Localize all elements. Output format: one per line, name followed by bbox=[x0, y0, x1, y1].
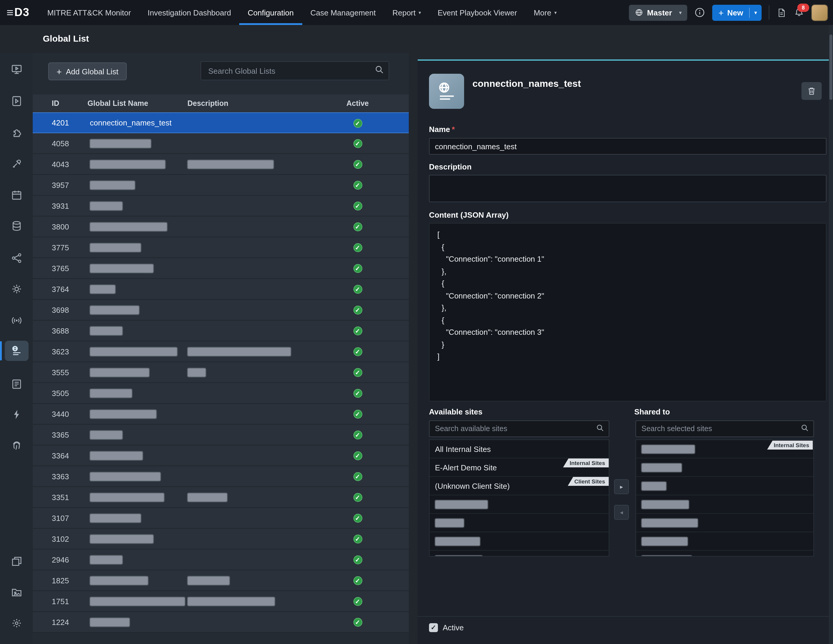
table-row[interactable]: 3775✓ bbox=[33, 237, 409, 258]
d3-logo[interactable]: ≡D3 bbox=[0, 0, 39, 25]
search-input[interactable] bbox=[201, 61, 389, 80]
site-list-item[interactable] bbox=[636, 551, 814, 557]
sidebar-item-forms[interactable] bbox=[0, 373, 33, 395]
table-row[interactable]: 1825✓ bbox=[33, 570, 409, 591]
redacted-text bbox=[90, 451, 143, 460]
site-list-item[interactable] bbox=[636, 477, 814, 495]
nav-item-case-management[interactable]: Case Management bbox=[302, 0, 384, 25]
nav-item-configuration[interactable]: Configuration bbox=[240, 0, 302, 25]
delete-button[interactable] bbox=[801, 82, 822, 100]
document-icon[interactable] bbox=[777, 7, 786, 18]
sidebar-item-assets[interactable] bbox=[0, 581, 33, 603]
table-row[interactable]: 3102✓ bbox=[33, 528, 409, 549]
sidebar-item-playbook[interactable] bbox=[0, 90, 33, 112]
table-row[interactable]: 3764✓ bbox=[33, 279, 409, 300]
search-available-sites-input[interactable] bbox=[429, 421, 609, 437]
sidebar-item-connections[interactable] bbox=[0, 247, 33, 269]
move-left-button[interactable]: ◂ bbox=[614, 505, 629, 520]
table-row[interactable]: 3800✓ bbox=[33, 217, 409, 237]
row-id: 1825 bbox=[52, 576, 87, 585]
sidebar-item-fingerprint[interactable] bbox=[0, 435, 33, 456]
row-id: 3505 bbox=[52, 389, 87, 398]
sidebar-item-dashboard[interactable] bbox=[0, 59, 33, 80]
table-row[interactable]: 1751✓ bbox=[33, 591, 409, 612]
site-list-item[interactable] bbox=[636, 458, 814, 477]
avatar[interactable] bbox=[812, 5, 828, 21]
redacted-text bbox=[90, 202, 122, 210]
table-row[interactable]: 4043✓ bbox=[33, 154, 409, 175]
table-row[interactable]: 1224✓ bbox=[33, 612, 409, 633]
notifications-bell-icon[interactable]: 8 bbox=[794, 7, 804, 18]
sidebar-item-windows[interactable] bbox=[0, 551, 33, 572]
table-row[interactable]: 3351✓ bbox=[33, 487, 409, 508]
table-row[interactable]: 4201connection_names_test✓ bbox=[33, 112, 409, 133]
table-row[interactable]: 3505✓ bbox=[33, 383, 409, 404]
new-button[interactable]: +New ▾ bbox=[712, 5, 762, 21]
global-list-record-icon bbox=[429, 74, 464, 109]
description-label: Description bbox=[429, 162, 471, 171]
row-id: 3365 bbox=[52, 430, 87, 439]
sidebar-item-api[interactable] bbox=[0, 278, 33, 300]
active-check-icon: ✓ bbox=[353, 285, 362, 294]
site-selector-master[interactable]: Master ▾ bbox=[629, 5, 688, 21]
info-icon[interactable] bbox=[695, 7, 705, 18]
sidebar-item-schedule[interactable] bbox=[0, 184, 33, 206]
table-row[interactable]: 3698✓ bbox=[33, 300, 409, 321]
site-list-item[interactable] bbox=[636, 514, 814, 532]
table-row[interactable]: 3363✓ bbox=[33, 466, 409, 487]
scrollbar-thumb[interactable] bbox=[830, 34, 832, 100]
table-row[interactable]: 3765✓ bbox=[33, 258, 409, 279]
table-row[interactable]: 3931✓ bbox=[33, 196, 409, 217]
row-active: ✓ bbox=[334, 617, 381, 627]
row-active: ✓ bbox=[334, 409, 381, 419]
row-id: 3931 bbox=[52, 201, 87, 210]
chevron-down-icon: ▾ bbox=[418, 10, 421, 15]
row-name bbox=[87, 368, 187, 377]
nav-item-investigation-dashboard[interactable]: Investigation Dashboard bbox=[139, 0, 239, 25]
nav-item-event-playbook-viewer[interactable]: Event Playbook Viewer bbox=[429, 0, 525, 25]
site-list-item[interactable] bbox=[636, 495, 814, 514]
sidebar-item-integrations[interactable] bbox=[0, 121, 33, 143]
description-field[interactable] bbox=[429, 175, 827, 202]
redacted-text bbox=[187, 368, 206, 377]
table-row[interactable]: 3107✓ bbox=[33, 508, 409, 528]
sidebar-item-settings[interactable] bbox=[0, 612, 33, 634]
sidebar-item-database[interactable] bbox=[0, 215, 33, 237]
content-json-editor[interactable]: [ { "Connection": "connection 1" }, { "C… bbox=[429, 223, 827, 401]
table-row[interactable]: 3440✓ bbox=[33, 404, 409, 425]
table-row[interactable]: 3623✓ bbox=[33, 341, 409, 362]
sidebar-item-signal[interactable] bbox=[0, 310, 33, 331]
site-list-item[interactable] bbox=[429, 514, 609, 532]
table-row[interactable]: 3364✓ bbox=[33, 445, 409, 466]
active-checkbox-row[interactable]: ✓ Active bbox=[429, 623, 464, 632]
active-check-icon: ✓ bbox=[353, 368, 362, 377]
sidebar-item-utilities[interactable] bbox=[0, 153, 33, 175]
site-list-item[interactable] bbox=[429, 532, 609, 551]
nav-item-more[interactable]: More▾ bbox=[525, 0, 565, 25]
name-field[interactable] bbox=[429, 138, 827, 154]
add-global-list-button[interactable]: +Add Global List bbox=[48, 63, 127, 80]
nav-item-mitre-attck-monitor[interactable]: MITRE ATT&CK Monitor bbox=[39, 0, 139, 25]
page-scrollbar[interactable] bbox=[829, 25, 833, 644]
table-row[interactable]: 3555✓ bbox=[33, 362, 409, 383]
active-checkbox[interactable]: ✓ bbox=[429, 623, 438, 632]
site-list-item[interactable]: (Unknown Client Site)Client Sites bbox=[429, 477, 609, 495]
site-list-item[interactable]: E-Alert Demo SiteInternal Sites bbox=[429, 458, 609, 477]
sidebar-item-automation[interactable] bbox=[0, 404, 33, 425]
row-name bbox=[87, 263, 187, 273]
site-list-item[interactable] bbox=[429, 551, 609, 557]
site-list-item[interactable] bbox=[429, 495, 609, 514]
site-list-item[interactable] bbox=[636, 532, 814, 551]
move-right-button[interactable]: ▸ bbox=[614, 479, 629, 494]
table-row[interactable]: 3365✓ bbox=[33, 425, 409, 445]
nav-item-report[interactable]: Report▾ bbox=[384, 0, 429, 25]
table-row[interactable]: 2946✓ bbox=[33, 549, 409, 570]
active-check-icon: ✓ bbox=[353, 514, 362, 523]
redacted-text bbox=[642, 555, 692, 557]
table-row[interactable]: 4058✓ bbox=[33, 133, 409, 154]
site-list-item[interactable]: All Internal Sites bbox=[429, 440, 609, 458]
search-selected-sites-input[interactable] bbox=[635, 421, 814, 437]
table-row[interactable]: 3957✓ bbox=[33, 175, 409, 196]
sidebar-item-global-list[interactable] bbox=[0, 340, 33, 361]
table-row[interactable]: 3688✓ bbox=[33, 321, 409, 341]
